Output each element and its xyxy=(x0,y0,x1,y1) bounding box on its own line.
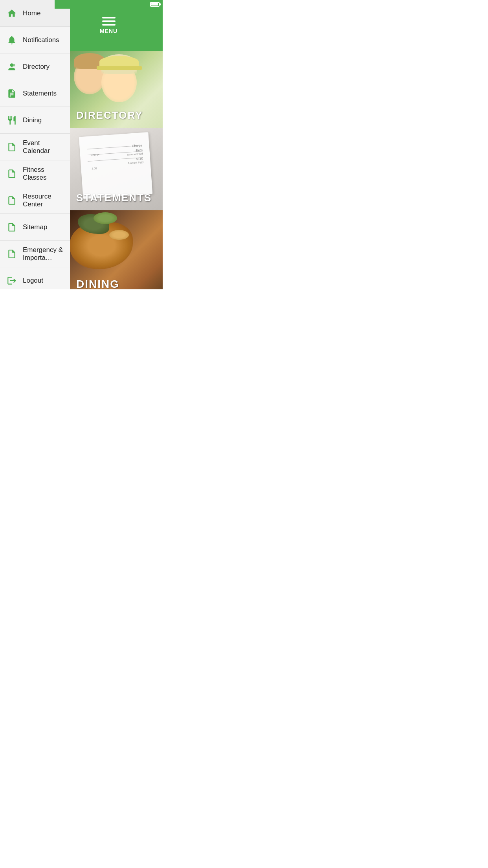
emergency-icon xyxy=(6,248,17,259)
dining-panel[interactable]: DINING xyxy=(70,210,163,289)
sitemap-icon xyxy=(6,222,17,233)
person-icon xyxy=(6,61,17,72)
battery-icon xyxy=(150,2,160,7)
sidebar-item-emergency-label: Emergency & Importa… xyxy=(23,246,64,262)
status-bar xyxy=(55,0,163,9)
sidebar-item-resource-center[interactable]: Resource Center xyxy=(0,187,70,214)
fitness-icon xyxy=(6,168,17,179)
resource-icon xyxy=(6,195,17,206)
sidebar-item-statements-label: Statements xyxy=(23,90,57,97)
statements-panel[interactable]: Charge $0.00 Amount Paid Charge $0.00 Am… xyxy=(70,128,163,210)
sidebar-item-fitness-classes-label: Fitness Classes xyxy=(23,166,64,182)
menu-label: MENU xyxy=(100,28,117,34)
home-icon xyxy=(6,8,17,19)
statements-panel-label: STATEMENTS xyxy=(76,192,152,204)
event-calendar-icon xyxy=(6,142,17,153)
directory-panel[interactable]: DIRECTORY xyxy=(70,51,163,128)
sidebar-item-notifications[interactable]: Notifications xyxy=(0,27,70,53)
statement-icon: $ xyxy=(6,88,17,99)
sidebar-item-notifications-label: Notifications xyxy=(23,36,59,44)
sidebar-item-statements[interactable]: $ Statements xyxy=(0,80,70,107)
sidebar-nav: Home Notifications Directory $ Statement… xyxy=(0,0,70,289)
sidebar-item-directory-label: Directory xyxy=(23,63,50,71)
sidebar-item-sitemap[interactable]: Sitemap xyxy=(0,214,70,241)
sidebar-item-home-label: Home xyxy=(23,9,40,17)
sidebar-item-event-calendar-label: Event Calendar xyxy=(23,139,64,155)
logout-icon xyxy=(6,275,17,286)
svg-point-0 xyxy=(13,64,15,66)
bell-icon xyxy=(6,35,17,46)
dining-icon xyxy=(6,115,17,126)
menu-icon xyxy=(102,17,116,26)
sidebar-item-dining-label: Dining xyxy=(23,116,42,124)
sidebar-item-logout[interactable]: Logout xyxy=(0,267,70,289)
sidebar-item-resource-center-label: Resource Center xyxy=(23,193,64,208)
sidebar-item-fitness-classes[interactable]: Fitness Classes xyxy=(0,160,70,187)
sidebar-item-emergency[interactable]: Emergency & Importa… xyxy=(0,241,70,267)
directory-panel-label: DIRECTORY xyxy=(76,109,143,121)
sidebar-item-dining[interactable]: Dining xyxy=(0,107,70,134)
sidebar-item-logout-label: Logout xyxy=(23,277,43,285)
sidebar-item-directory[interactable]: Directory xyxy=(0,53,70,80)
sidebar-item-event-calendar[interactable]: Event Calendar xyxy=(0,134,70,160)
sidebar-item-sitemap-label: Sitemap xyxy=(23,223,47,231)
svg-text:$: $ xyxy=(10,94,11,97)
dining-panel-label: DINING xyxy=(76,278,119,289)
